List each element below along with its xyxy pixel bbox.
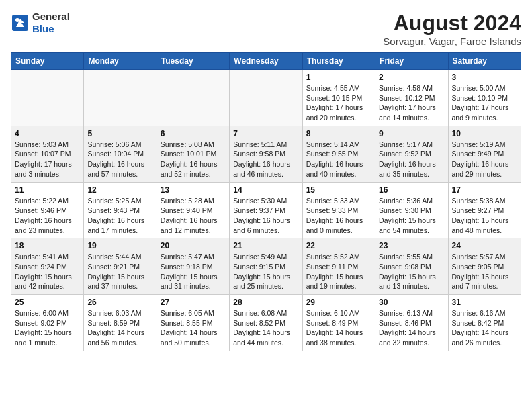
day-number: 3 (452, 73, 517, 82)
day-info: Sunrise: 5:33 AMSunset: 9:33 PMDaylight:… (306, 196, 371, 236)
day-info: Sunrise: 5:06 AMSunset: 10:04 PMDaylight… (87, 140, 152, 179)
calendar-week-5: 25Sunrise: 6:00 AMSunset: 9:02 PMDayligh… (11, 295, 521, 351)
day-number: 18 (15, 241, 80, 250)
logo: General Blue (11, 11, 70, 35)
calendar-cell (157, 70, 229, 126)
calendar-cell: 5Sunrise: 5:06 AMSunset: 10:04 PMDayligh… (84, 126, 157, 182)
day-number: 27 (161, 298, 226, 307)
calendar-cell: 19Sunrise: 5:44 AMSunset: 9:21 PMDayligh… (84, 238, 157, 295)
calendar-cell: 27Sunrise: 6:05 AMSunset: 8:55 PMDayligh… (157, 295, 229, 351)
calendar-cell: 18Sunrise: 5:41 AMSunset: 9:24 PMDayligh… (11, 238, 84, 295)
day-number: 26 (87, 298, 152, 307)
day-number: 10 (452, 129, 517, 138)
calendar-cell: 26Sunrise: 6:03 AMSunset: 8:59 PMDayligh… (84, 295, 157, 351)
calendar-cell: 14Sunrise: 5:30 AMSunset: 9:37 PMDayligh… (230, 182, 302, 238)
calendar-week-3: 11Sunrise: 5:22 AMSunset: 9:46 PMDayligh… (11, 182, 521, 238)
calendar-cell: 20Sunrise: 5:47 AMSunset: 9:18 PMDayligh… (157, 238, 229, 295)
day-info: Sunrise: 5:00 AMSunset: 10:10 PMDaylight… (452, 83, 517, 123)
logo-icon (11, 13, 30, 32)
day-info: Sunrise: 5:49 AMSunset: 9:15 PMDaylight:… (233, 252, 298, 291)
calendar-cell: 3Sunrise: 5:00 AMSunset: 10:10 PMDayligh… (448, 70, 521, 126)
calendar-cell: 24Sunrise: 5:57 AMSunset: 9:05 PMDayligh… (448, 238, 521, 295)
day-number: 31 (452, 298, 517, 307)
day-info: Sunrise: 5:19 AMSunset: 9:49 PMDaylight:… (452, 140, 517, 179)
day-number: 29 (306, 298, 371, 307)
day-number: 4 (15, 129, 80, 138)
calendar-body: 1Sunrise: 4:55 AMSunset: 10:15 PMDayligh… (11, 70, 521, 351)
day-number: 2 (379, 73, 444, 82)
svg-point-2 (15, 18, 19, 22)
day-info: Sunrise: 4:58 AMSunset: 10:12 PMDaylight… (379, 83, 444, 123)
day-number: 21 (233, 241, 298, 250)
day-info: Sunrise: 5:08 AMSunset: 10:01 PMDaylight… (161, 140, 226, 179)
day-info: Sunrise: 5:03 AMSunset: 10:07 PMDaylight… (15, 140, 80, 179)
calendar-week-1: 1Sunrise: 4:55 AMSunset: 10:15 PMDayligh… (11, 70, 521, 126)
day-info: Sunrise: 5:14 AMSunset: 9:55 PMDaylight:… (306, 140, 371, 179)
day-number: 13 (161, 185, 226, 195)
calendar-cell: 4Sunrise: 5:03 AMSunset: 10:07 PMDayligh… (11, 126, 84, 182)
day-number: 15 (306, 185, 371, 195)
calendar-cell: 12Sunrise: 5:25 AMSunset: 9:43 PMDayligh… (84, 182, 157, 238)
day-info: Sunrise: 5:52 AMSunset: 9:11 PMDaylight:… (306, 252, 371, 291)
calendar-cell: 16Sunrise: 5:36 AMSunset: 9:30 PMDayligh… (375, 182, 448, 238)
calendar-week-4: 18Sunrise: 5:41 AMSunset: 9:24 PMDayligh… (11, 238, 521, 295)
day-info: Sunrise: 6:08 AMSunset: 8:52 PMDaylight:… (233, 308, 298, 348)
calendar-cell: 8Sunrise: 5:14 AMSunset: 9:55 PMDaylight… (302, 126, 375, 182)
calendar-cell: 30Sunrise: 6:13 AMSunset: 8:46 PMDayligh… (375, 295, 448, 351)
day-info: Sunrise: 5:22 AMSunset: 9:46 PMDaylight:… (15, 196, 80, 236)
calendar-cell: 11Sunrise: 5:22 AMSunset: 9:46 PMDayligh… (11, 182, 84, 238)
day-number: 6 (161, 129, 226, 138)
day-info: Sunrise: 6:05 AMSunset: 8:55 PMDaylight:… (161, 308, 226, 348)
calendar-table: SundayMondayTuesdayWednesdayThursdayFrid… (11, 52, 521, 351)
day-number: 9 (379, 129, 444, 138)
weekday-header-saturday: Saturday (448, 53, 521, 70)
day-number: 24 (452, 241, 517, 250)
day-info: Sunrise: 5:11 AMSunset: 9:58 PMDaylight:… (233, 140, 298, 179)
calendar-cell: 10Sunrise: 5:19 AMSunset: 9:49 PMDayligh… (448, 126, 521, 182)
day-info: Sunrise: 6:10 AMSunset: 8:49 PMDaylight:… (306, 308, 371, 348)
location: Sorvagur, Vagar, Faroe Islands (383, 36, 521, 47)
day-info: Sunrise: 5:36 AMSunset: 9:30 PMDaylight:… (379, 196, 444, 236)
day-info: Sunrise: 5:47 AMSunset: 9:18 PMDaylight:… (161, 252, 226, 291)
calendar-cell: 1Sunrise: 4:55 AMSunset: 10:15 PMDayligh… (302, 70, 375, 126)
weekday-header-tuesday: Tuesday (157, 53, 229, 70)
calendar-cell: 31Sunrise: 6:16 AMSunset: 8:42 PMDayligh… (448, 295, 521, 351)
calendar-cell: 29Sunrise: 6:10 AMSunset: 8:49 PMDayligh… (302, 295, 375, 351)
day-info: Sunrise: 5:38 AMSunset: 9:27 PMDaylight:… (452, 196, 517, 236)
calendar-cell (230, 70, 302, 126)
calendar-cell (11, 70, 84, 126)
calendar-cell: 25Sunrise: 6:00 AMSunset: 9:02 PMDayligh… (11, 295, 84, 351)
logo-blue: Blue (32, 23, 70, 35)
weekday-header-sunday: Sunday (11, 53, 84, 70)
calendar-cell: 7Sunrise: 5:11 AMSunset: 9:58 PMDaylight… (230, 126, 302, 182)
day-info: Sunrise: 5:57 AMSunset: 9:05 PMDaylight:… (452, 252, 517, 291)
month-year: August 2024 (383, 11, 521, 36)
day-info: Sunrise: 5:44 AMSunset: 9:21 PMDaylight:… (87, 252, 152, 291)
day-number: 20 (161, 241, 226, 250)
day-number: 17 (452, 185, 517, 195)
logo-text: General Blue (32, 11, 70, 35)
day-info: Sunrise: 6:16 AMSunset: 8:42 PMDaylight:… (452, 308, 517, 348)
day-number: 14 (233, 185, 298, 195)
day-number: 7 (233, 129, 298, 138)
calendar-cell: 2Sunrise: 4:58 AMSunset: 10:12 PMDayligh… (375, 70, 448, 126)
day-number: 22 (306, 241, 371, 250)
calendar-cell: 13Sunrise: 5:28 AMSunset: 9:40 PMDayligh… (157, 182, 229, 238)
day-number: 5 (87, 129, 152, 138)
calendar-cell: 6Sunrise: 5:08 AMSunset: 10:01 PMDayligh… (157, 126, 229, 182)
day-info: Sunrise: 6:00 AMSunset: 9:02 PMDaylight:… (15, 308, 80, 348)
day-info: Sunrise: 5:25 AMSunset: 9:43 PMDaylight:… (87, 196, 152, 236)
day-info: Sunrise: 5:28 AMSunset: 9:40 PMDaylight:… (161, 196, 226, 236)
day-info: Sunrise: 5:41 AMSunset: 9:24 PMDaylight:… (15, 252, 80, 291)
weekday-header-thursday: Thursday (302, 53, 375, 70)
day-number: 11 (15, 185, 80, 195)
day-info: Sunrise: 6:03 AMSunset: 8:59 PMDaylight:… (87, 308, 152, 348)
calendar-cell: 9Sunrise: 5:17 AMSunset: 9:52 PMDaylight… (375, 126, 448, 182)
day-number: 23 (379, 241, 444, 250)
calendar-header-row: SundayMondayTuesdayWednesdayThursdayFrid… (11, 53, 521, 70)
weekday-header-friday: Friday (375, 53, 448, 70)
day-info: Sunrise: 5:55 AMSunset: 9:08 PMDaylight:… (379, 252, 444, 291)
day-number: 25 (15, 298, 80, 307)
day-number: 8 (306, 129, 371, 138)
day-info: Sunrise: 6:13 AMSunset: 8:46 PMDaylight:… (379, 308, 444, 348)
